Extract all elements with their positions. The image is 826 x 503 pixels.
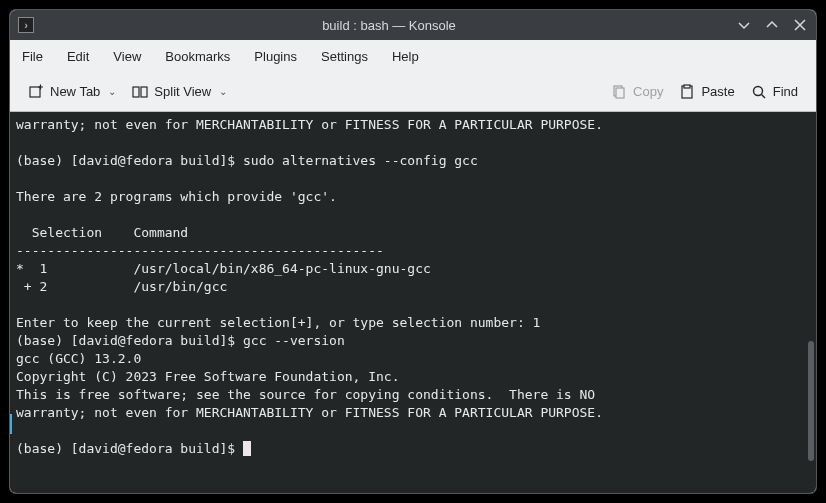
- menu-help[interactable]: Help: [392, 49, 419, 64]
- menu-file[interactable]: File: [22, 49, 43, 64]
- svg-rect-4: [616, 88, 624, 98]
- copy-icon: [611, 84, 627, 100]
- titlebar[interactable]: build : bash — Konsole: [10, 10, 816, 40]
- find-button[interactable]: Find: [743, 80, 806, 104]
- terminal-line: This is free software; see the source fo…: [16, 386, 810, 404]
- new-tab-icon: [28, 84, 44, 100]
- paste-button[interactable]: Paste: [671, 80, 742, 104]
- menu-bookmarks[interactable]: Bookmarks: [165, 49, 230, 64]
- copy-label: Copy: [633, 84, 663, 99]
- terminal-line: [16, 422, 810, 440]
- menu-view[interactable]: View: [113, 49, 141, 64]
- terminal-line: (base) [david@fedora build]$ gcc --versi…: [16, 332, 810, 350]
- selection-marker: [10, 414, 12, 434]
- terminal-line: [16, 296, 810, 314]
- paste-icon: [679, 84, 695, 100]
- svg-rect-0: [30, 87, 40, 97]
- svg-rect-6: [684, 85, 690, 88]
- menubar: File Edit View Bookmarks Plugins Setting…: [10, 40, 816, 72]
- split-view-label: Split View: [154, 84, 211, 99]
- terminal-line: Copyright (C) 2023 Free Software Foundat…: [16, 368, 810, 386]
- new-tab-button[interactable]: New Tab ⌄: [20, 80, 124, 104]
- menu-edit[interactable]: Edit: [67, 49, 89, 64]
- paste-label: Paste: [701, 84, 734, 99]
- terminal-line: ----------------------------------------…: [16, 242, 810, 260]
- konsole-window: build : bash — Konsole File Edit View Bo…: [10, 10, 816, 493]
- terminal-line: Selection Command: [16, 224, 810, 242]
- terminal-line: (base) [david@fedora build]$: [16, 440, 810, 458]
- new-tab-label: New Tab: [50, 84, 100, 99]
- search-icon: [751, 84, 767, 100]
- menu-settings[interactable]: Settings: [321, 49, 368, 64]
- window-title: build : bash — Konsole: [42, 18, 736, 33]
- toolbar: New Tab ⌄ Split View ⌄ Copy Paste: [10, 72, 816, 112]
- terminal-line: [16, 206, 810, 224]
- app-icon: [18, 17, 34, 33]
- terminal-line: Enter to keep the current selection[+], …: [16, 314, 810, 332]
- menu-plugins[interactable]: Plugins: [254, 49, 297, 64]
- window-controls: [736, 17, 808, 33]
- svg-rect-1: [133, 87, 139, 97]
- terminal-line: [16, 134, 810, 152]
- copy-button: Copy: [603, 80, 671, 104]
- terminal-area[interactable]: warranty; not even for MERCHANTABILITY o…: [10, 112, 816, 493]
- split-view-icon: [132, 84, 148, 100]
- terminal-line: There are 2 programs which provide 'gcc'…: [16, 188, 810, 206]
- close-button[interactable]: [792, 17, 808, 33]
- terminal-line: (base) [david@fedora build]$ sudo altern…: [16, 152, 810, 170]
- terminal-line: warranty; not even for MERCHANTABILITY o…: [16, 116, 810, 134]
- terminal-line: warranty; not even for MERCHANTABILITY o…: [16, 404, 810, 422]
- scrollbar[interactable]: [808, 341, 814, 461]
- split-view-button[interactable]: Split View ⌄: [124, 80, 235, 104]
- terminal-cursor: [243, 441, 251, 456]
- terminal-line: * 1 /usr/local/bin/x86_64-pc-linux-gnu-g…: [16, 260, 810, 278]
- svg-rect-2: [141, 87, 147, 97]
- terminal-line: [16, 170, 810, 188]
- terminal-line: gcc (GCC) 13.2.0: [16, 350, 810, 368]
- find-label: Find: [773, 84, 798, 99]
- minimize-button[interactable]: [736, 17, 752, 33]
- chevron-down-icon: ⌄: [108, 86, 116, 97]
- chevron-down-icon: ⌄: [219, 86, 227, 97]
- svg-point-7: [753, 86, 762, 95]
- terminal-line: + 2 /usr/bin/gcc: [16, 278, 810, 296]
- maximize-button[interactable]: [764, 17, 780, 33]
